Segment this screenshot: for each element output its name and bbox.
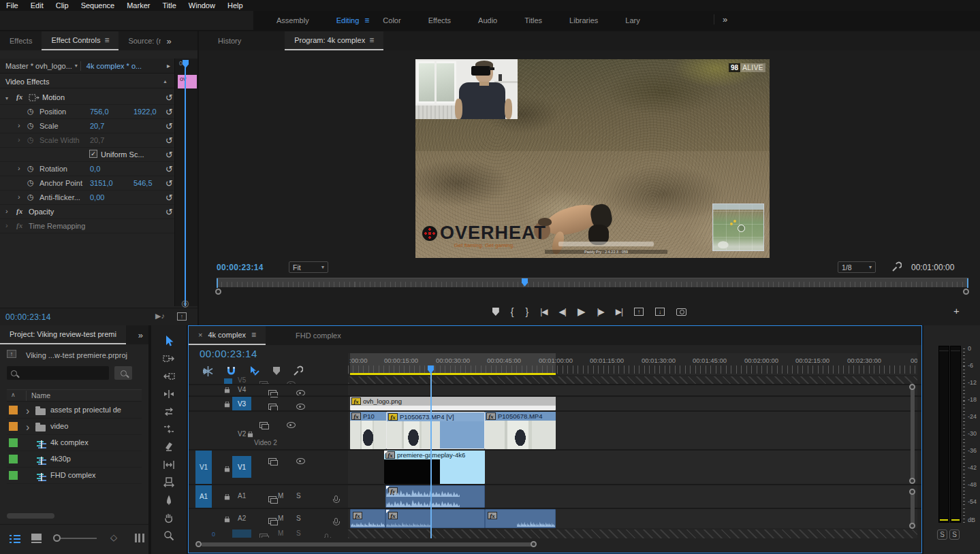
program-timecode[interactable]: 00:00:23:14 bbox=[217, 263, 264, 272]
hscroll-left-handle[interactable] bbox=[195, 541, 202, 547]
tab-source[interactable]: Source: (n bbox=[118, 31, 161, 50]
tab-project[interactable]: Project: Viking review-test premi bbox=[0, 325, 126, 344]
ec-row-opacity[interactable]: › fx Opacity ↺ bbox=[0, 205, 174, 219]
search-input[interactable] bbox=[21, 369, 96, 377]
stopwatch-icon[interactable]: ◷ bbox=[27, 178, 34, 187]
ec-section-video-effects[interactable]: Video Effects ▲ bbox=[0, 75, 174, 88]
menu-edit[interactable]: Edit bbox=[25, 1, 50, 10]
lift-icon[interactable]: ↑ bbox=[634, 308, 644, 316]
expander-icon[interactable]: ▾ bbox=[5, 95, 8, 101]
timeline-settings-wrench-icon[interactable] bbox=[292, 365, 303, 376]
work-area-bar[interactable] bbox=[350, 373, 556, 375]
go-to-out-icon[interactable]: ▶| bbox=[616, 307, 622, 316]
reset-icon[interactable]: ↺ bbox=[165, 150, 173, 160]
menu-clip[interactable]: Clip bbox=[50, 1, 75, 10]
freeform-view-icon[interactable] bbox=[135, 534, 144, 542]
ec-row-anti-flicker[interactable]: › ◷ Anti-flicker... 0,00 ↺ bbox=[0, 191, 174, 205]
track-name-v1[interactable]: V1 bbox=[232, 456, 251, 478]
track-name[interactable]: A2 bbox=[238, 515, 246, 522]
tab-timeline-fhd-complex[interactable]: FHD complex bbox=[286, 326, 351, 345]
workspace-tab-assembly[interactable]: Assembly bbox=[263, 16, 323, 25]
ec-row-uniform-scale[interactable]: ✓ Uniform Sc... ↺ bbox=[0, 148, 174, 162]
workspace-tab-libraries[interactable]: Libraries bbox=[556, 16, 612, 25]
program-video-frame[interactable]: 98 ALIVE OVERHEAT Get flaming. Get gamin… bbox=[415, 59, 770, 258]
param-value[interactable]: 0,0 bbox=[90, 165, 100, 173]
snap-magnet-icon[interactable] bbox=[225, 365, 237, 377]
vscroll-top-handle[interactable] bbox=[909, 384, 915, 390]
reset-icon[interactable]: ↺ bbox=[165, 164, 173, 174]
clip-p1050673[interactable]: fx P1050673.MP4 [V] bbox=[386, 412, 485, 449]
track-header-v1[interactable]: V1 V1 bbox=[189, 451, 348, 484]
icon-view-icon[interactable] bbox=[31, 534, 42, 543]
reset-icon[interactable]: ↺ bbox=[165, 93, 173, 103]
timeline-hscrollbar[interactable] bbox=[195, 541, 917, 548]
expand-chevron-icon[interactable]: › bbox=[26, 405, 29, 417]
menu-file[interactable]: File bbox=[0, 1, 25, 10]
voiceover-mic-icon[interactable] bbox=[334, 518, 338, 523]
slide-tool[interactable] bbox=[163, 476, 175, 489]
track-header-v4[interactable]: V4 bbox=[189, 385, 348, 395]
hscroll-right-handle[interactable] bbox=[531, 541, 537, 547]
clip-audio-a2-3[interactable]: fx bbox=[485, 509, 556, 528]
panel-menu-icon[interactable]: ≡ bbox=[369, 35, 374, 45]
stopwatch-icon[interactable]: ◷ bbox=[27, 121, 34, 130]
param-value[interactable]: 20,7 bbox=[90, 122, 104, 130]
project-item-seq-4k30p[interactable]: 4k30p bbox=[7, 451, 142, 468]
rate-stretch-tool[interactable] bbox=[163, 423, 175, 436]
source-patch-v1[interactable]: V1 bbox=[195, 451, 212, 484]
solo-button[interactable]: S bbox=[296, 492, 301, 500]
fx-badge-icon[interactable]: fx bbox=[488, 512, 497, 519]
navigate-up-icon[interactable]: ↑ bbox=[7, 350, 16, 358]
timeline-ruler[interactable]: :00:00 00:00:15:00 00:00:30:00 00:00:45:… bbox=[348, 353, 917, 375]
ec-row-motion[interactable]: ▾ fx Motion ↺ bbox=[0, 91, 174, 105]
menu-title[interactable]: Title bbox=[156, 1, 182, 10]
project-list-header[interactable]: ∧ Name bbox=[7, 389, 142, 402]
sync-lock-icon[interactable] bbox=[268, 458, 276, 464]
export-frame-camera-icon[interactable] bbox=[676, 308, 686, 316]
zoom-slider-track[interactable] bbox=[56, 538, 97, 539]
track-lock-icon[interactable] bbox=[225, 389, 230, 393]
clip-p10[interactable]: fx P10 bbox=[350, 412, 386, 449]
track-lock-icon[interactable] bbox=[225, 404, 230, 408]
automate-to-sequence-icon[interactable]: ◇ bbox=[110, 532, 117, 542]
fx-badge-icon[interactable]: fx bbox=[351, 397, 361, 405]
tab-program[interactable]: Program: 4k complex ≡ bbox=[285, 31, 383, 50]
expander-icon[interactable]: › bbox=[18, 121, 20, 129]
clip-premiere-gameplay[interactable]: fx premiere-gameplay-4k6 bbox=[384, 451, 485, 484]
reset-icon[interactable]: ↺ bbox=[165, 107, 173, 117]
stopwatch-icon[interactable]: ◷ bbox=[27, 193, 34, 201]
tabstrip-overflow-icon[interactable]: » bbox=[161, 31, 176, 50]
ripple-edit-tool[interactable] bbox=[163, 388, 175, 400]
extract-icon[interactable]: ↓ bbox=[655, 308, 665, 316]
mute-button[interactable]: M bbox=[278, 515, 283, 522]
workspace-tab-color[interactable]: Color bbox=[369, 16, 414, 25]
workspace-editing-menu-icon[interactable]: ≡ bbox=[364, 16, 369, 25]
reset-icon[interactable]: ↺ bbox=[165, 207, 173, 217]
param-value-y[interactable]: 546,5 bbox=[133, 179, 153, 187]
linked-selection-icon[interactable] bbox=[249, 365, 260, 377]
track-lock-icon[interactable] bbox=[225, 519, 230, 523]
ec-mini-clip[interactable]: ov bbox=[178, 75, 197, 88]
add-marker-icon[interactable] bbox=[273, 367, 280, 375]
ec-row-anchor-point[interactable]: ◷ Anchor Point 3151,0 546,5 ↺ bbox=[0, 176, 174, 191]
fx-badge-icon[interactable]: fx bbox=[486, 412, 496, 420]
timeline-playhead-line[interactable] bbox=[430, 367, 432, 538]
ec-master-selector[interactable]: Master * ovh_logo... bbox=[0, 62, 72, 70]
fx-badge-icon[interactable]: fx bbox=[388, 413, 398, 421]
stopwatch-icon[interactable]: ◷ bbox=[27, 107, 34, 116]
button-editor-plus-icon[interactable]: + bbox=[953, 305, 960, 316]
ec-row-time-remapping[interactable]: › fx Time Remapping bbox=[0, 219, 174, 233]
collapse-section-icon[interactable]: ▲ bbox=[163, 79, 174, 84]
voiceover-mic-icon[interactable] bbox=[334, 495, 338, 501]
find-button[interactable] bbox=[114, 366, 132, 380]
fx-badge-icon[interactable]: fx bbox=[388, 512, 398, 519]
workspace-tab-audio[interactable]: Audio bbox=[464, 16, 511, 25]
vscroll-bottom-handle[interactable] bbox=[909, 478, 915, 484]
reset-icon[interactable]: ↺ bbox=[165, 135, 173, 146]
track-display-name[interactable]: Video 2 bbox=[254, 439, 277, 446]
play-button-icon[interactable]: ▶ bbox=[578, 306, 586, 318]
ec-row-scale[interactable]: › ◷ Scale 20,7 ↺ bbox=[0, 119, 174, 133]
ec-mini-timeline[interactable]: 00 ov bbox=[174, 59, 197, 306]
track-output-eye-icon[interactable] bbox=[296, 404, 305, 410]
reset-icon[interactable]: ↺ bbox=[165, 121, 173, 131]
